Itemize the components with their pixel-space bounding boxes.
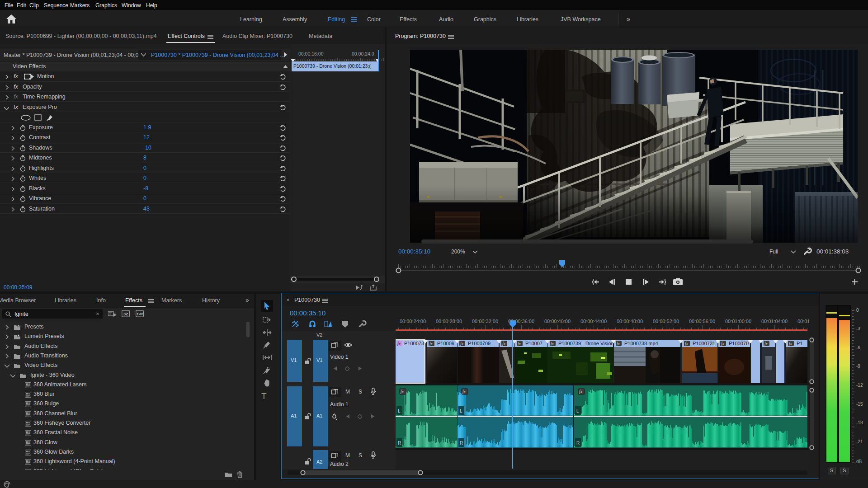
svg-text:00:00:44:00: 00:00:44:00	[580, 319, 607, 324]
svg-text:0: 0	[856, 308, 859, 313]
svg-text:-21: -21	[856, 439, 863, 444]
svg-text:fx: fx	[518, 342, 521, 346]
svg-text:P10007: P10007	[525, 341, 542, 346]
svg-text:fx: fx	[721, 342, 725, 346]
svg-text:32: 32	[123, 312, 128, 316]
svg-text:fx: fx	[502, 342, 506, 346]
svg-text:00:00:56:00: 00:00:56:00	[689, 319, 715, 324]
svg-text:L: L	[460, 408, 462, 413]
svg-text:P1000738.mp4: P1000738.mp4	[624, 341, 658, 346]
svg-text:fx: fx	[685, 342, 689, 346]
svg-text:fx: fx	[429, 342, 433, 346]
svg-text:00:00:24:00: 00:00:24:00	[400, 319, 426, 324]
svg-text:-12: -12	[856, 383, 863, 388]
svg-text:fx: fx	[397, 342, 401, 346]
svg-text:fx: fx	[462, 389, 466, 394]
svg-text:L: L	[576, 408, 579, 413]
svg-text:fx: fx	[617, 342, 620, 346]
svg-text:P10006: P10006	[437, 341, 454, 346]
svg-text:-15: -15	[856, 402, 863, 407]
svg-text:00:01:00:00: 00:01:00:00	[725, 319, 751, 324]
svg-text:YUV: YUV	[137, 312, 143, 315]
svg-text:00:00:32:00: 00:00:32:00	[472, 319, 498, 324]
svg-text:-3: -3	[856, 326, 860, 331]
svg-text:fx: fx	[789, 342, 793, 346]
svg-text:R: R	[576, 441, 580, 446]
svg-text:L: L	[398, 408, 401, 413]
svg-text:fx: fx	[460, 342, 464, 346]
svg-text:P1000731: P1000731	[693, 341, 715, 346]
svg-text:P100070: P100070	[729, 341, 749, 346]
svg-text:fx: fx	[579, 389, 583, 394]
svg-text:00:00:48:00: 00:00:48:00	[617, 319, 643, 324]
svg-text:P100073: P100073	[404, 341, 424, 346]
svg-text:P1000709 -: P1000709 -	[468, 341, 494, 346]
svg-text:fx: fx	[551, 342, 554, 346]
svg-text:00:00:40:00: 00:00:40:00	[544, 319, 571, 324]
svg-text:00:01:04:00: 00:01:04:00	[761, 319, 788, 324]
svg-text:-6: -6	[856, 345, 860, 350]
svg-text:00:00:52:00: 00:00:52:00	[653, 319, 679, 324]
svg-text:R: R	[460, 441, 463, 446]
svg-text:fx: fx	[401, 389, 404, 394]
svg-text:00:00:28:00: 00:00:28:00	[436, 319, 462, 324]
svg-text:00:01:08:00: 00:01:08:00	[797, 319, 809, 324]
svg-text:-9: -9	[856, 364, 860, 369]
svg-text:fx: fx	[764, 342, 768, 346]
svg-text:P1: P1	[797, 341, 802, 346]
svg-text:-18: -18	[856, 420, 863, 425]
svg-text:dB: dB	[856, 459, 862, 464]
svg-text:R: R	[398, 441, 401, 446]
svg-text:P1000739 - Drone Vision (: P1000739 - Drone Vision (	[558, 341, 617, 346]
